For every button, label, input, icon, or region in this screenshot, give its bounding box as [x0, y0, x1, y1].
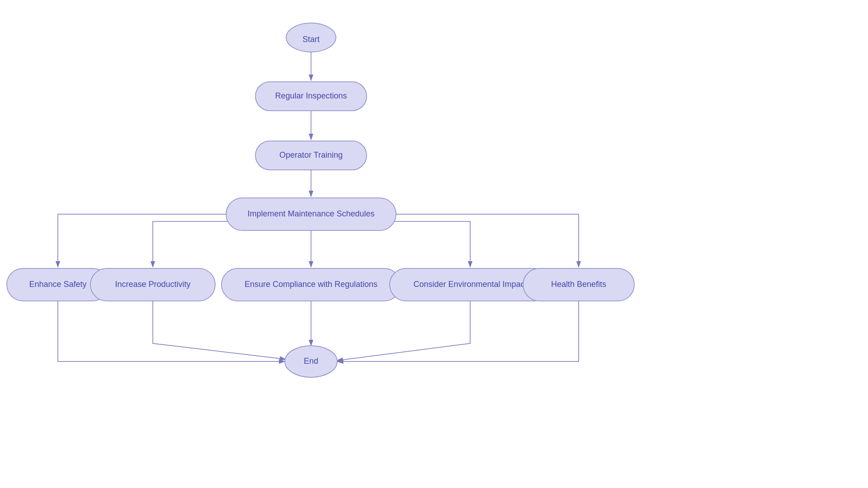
- flowchart-diagram: Start Regular Inspections Operator Train…: [0, 0, 868, 488]
- label-implement-maintenance: Implement Maintenance Schedules: [247, 209, 374, 218]
- arrow-maintenance-to-safety: [58, 214, 232, 267]
- label-increase-productivity: Increase Productivity: [115, 280, 190, 289]
- arrow-maintenance-to-health: [390, 214, 579, 267]
- arrow-productivity-to-end: [153, 301, 286, 359]
- label-enhance-safety: Enhance Safety: [29, 280, 86, 289]
- arrow-maintenance-to-environmental: [380, 221, 470, 267]
- arrow-safety-to-end: [58, 301, 285, 361]
- label-regular-inspections: Regular Inspections: [275, 91, 347, 100]
- label-health-benefits: Health Benefits: [551, 280, 606, 289]
- label-operator-training: Operator Training: [279, 150, 343, 160]
- label-environmental-impact: Consider Environmental Impact: [413, 280, 527, 289]
- label-start: Start: [302, 35, 320, 44]
- arrow-maintenance-to-productivity: [153, 221, 244, 267]
- label-end: End: [304, 357, 318, 366]
- label-ensure-compliance: Ensure Compliance with Regulations: [245, 280, 377, 289]
- arrow-health-to-end: [337, 301, 579, 361]
- arrow-environmental-to-end: [337, 301, 470, 361]
